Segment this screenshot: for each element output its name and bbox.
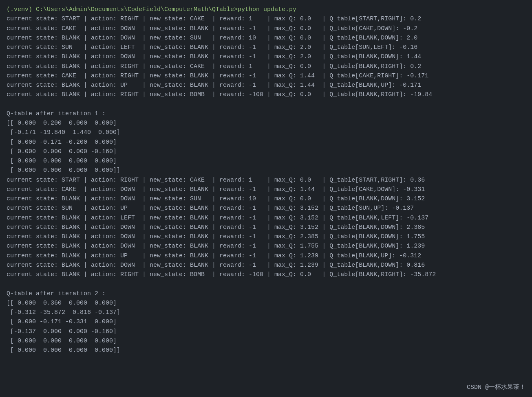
log-line-4: current state: SUN | action: LEFT | new_… xyxy=(7,43,525,52)
iter2-row-5: [ 0.000 0.000 0.000 0.000] xyxy=(7,336,525,346)
log-line-1: current state: START | action: RIGHT | n… xyxy=(7,14,525,24)
iter1-row-5: [ 0.000 0.000 0.000 0.000] xyxy=(7,156,525,166)
log-line-13: current state: SUN | action: UP | new_st… xyxy=(7,204,525,213)
iter2-row-1: [[ 0.000 0.360 0.000 0.000] xyxy=(7,298,525,308)
iter1-row-2: [-0.171 -19.840 1.440 0.000] xyxy=(7,128,525,137)
iter2-row-3: [ 0.000 -0.171 -0.331 0.000] xyxy=(7,317,525,327)
watermark: CSDN @一杯水果茶！ xyxy=(467,383,525,392)
log-line-10: current state: START | action: RIGHT | n… xyxy=(7,175,525,185)
empty-line-2 xyxy=(7,279,525,289)
log-line-16: current state: BLANK | action: DOWN | ne… xyxy=(7,232,525,241)
log-line-19: current state: BLANK | action: DOWN | ne… xyxy=(7,261,525,270)
log-line-8: current state: BLANK | action: UP | new_… xyxy=(7,81,525,90)
iter2-header: Q-table after iteration 2 : xyxy=(7,289,525,298)
empty-line-1 xyxy=(7,100,525,109)
command-prompt: (.venv) C:\Users\Admin\Documents\CodeFie… xyxy=(7,5,525,14)
iter1-row-6: [ 0.000 0.000 0.000 0.000]] xyxy=(7,166,525,175)
log-line-3: current state: BLANK | action: DOWN | ne… xyxy=(7,33,525,43)
iter2-row-6: [ 0.000 0.000 0.000 0.000]] xyxy=(7,346,525,355)
iter2-row-2: [-0.312 -35.872 0.816 -0.137] xyxy=(7,308,525,317)
log-line-9: current state: BLANK | action: RIGHT | n… xyxy=(7,90,525,99)
log-line-5: current state: BLANK | action: DOWN | ne… xyxy=(7,52,525,61)
iter1-header: Q-table after iteration 1 : xyxy=(7,109,525,118)
log-line-20: current state: BLANK | action: RIGHT | n… xyxy=(7,270,525,279)
log-line-7: current state: CAKE | action: RIGHT | ne… xyxy=(7,71,525,81)
iter1-row-3: [ 0.000 -0.171 -0.200 0.000] xyxy=(7,138,525,147)
iter2-row-4: [-0.137 0.000 0.000 -0.160] xyxy=(7,327,525,336)
iter1-row-1: [[ 0.000 0.200 0.000 0.000] xyxy=(7,118,525,128)
log-line-6: current state: BLANK | action: RIGHT | n… xyxy=(7,62,525,71)
log-line-2: current state: CAKE | action: DOWN | new… xyxy=(7,24,525,33)
iter1-row-4: [ 0.000 0.000 0.000 -0.160] xyxy=(7,147,525,156)
log-line-11: current state: CAKE | action: DOWN | new… xyxy=(7,185,525,194)
log-line-17: current state: BLANK | action: DOWN | ne… xyxy=(7,241,525,251)
log-line-14: current state: BLANK | action: LEFT | ne… xyxy=(7,213,525,223)
terminal-output: (.venv) C:\Users\Admin\Documents\CodeFie… xyxy=(7,5,525,355)
log-line-15: current state: BLANK | action: DOWN | ne… xyxy=(7,223,525,232)
log-line-12: current state: BLANK | action: DOWN | ne… xyxy=(7,194,525,204)
log-line-18: current state: BLANK | action: UP | new_… xyxy=(7,251,525,261)
